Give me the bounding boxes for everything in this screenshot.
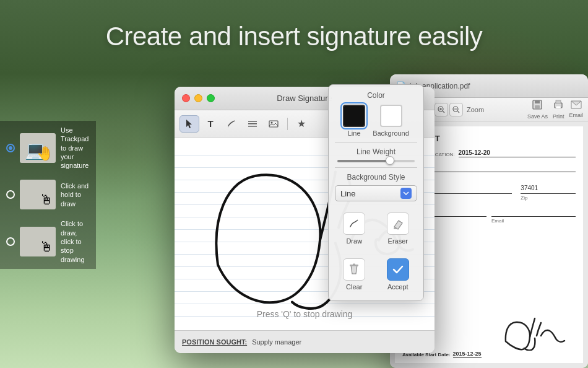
divider-2 (335, 167, 417, 168)
position-label: POSITION SOUGHT: (182, 338, 247, 346)
zoom-controls: Zoom (435, 103, 486, 116)
background-color-swatch[interactable] (380, 105, 402, 127)
bg-style-title: Background Style (335, 173, 417, 182)
instruction-text-2: Click and hold to draw (61, 182, 90, 208)
line-weight-slider-container[interactable] (335, 160, 417, 162)
zip-field: 37401 Zip (521, 183, 576, 201)
svg-rect-3 (269, 121, 278, 127)
instruction-text-wrap-2: Click and hold to draw (61, 182, 90, 208)
color-swatches: Line Background (335, 105, 417, 137)
zip-label: Zip (521, 195, 576, 201)
minimize-button[interactable] (194, 94, 202, 102)
eraser-label: Eraser (388, 237, 408, 245)
line-color-swatch[interactable] (343, 105, 365, 127)
bg-style-value: Line (340, 189, 356, 198)
email-label: Email (491, 218, 576, 224)
position-bar: POSITION SOUGHT: Supply manager (175, 330, 435, 353)
zoom-out-button[interactable] (449, 103, 463, 116)
bg-style-section: Background Style Line (335, 173, 417, 201)
svg-rect-15 (535, 100, 540, 103)
bg-style-dropdown[interactable]: Line (335, 185, 417, 201)
line-weight-knob[interactable] (386, 156, 394, 165)
image-tool-button[interactable] (264, 115, 283, 133)
divider-1 (335, 142, 417, 142)
date-field-value: 2015-12-20 (459, 149, 576, 157)
instruction-text-3: Click to draw, click to stop drawing (61, 219, 90, 263)
instruction-item-3: 🖱 Click to draw, click to stop drawing (0, 214, 96, 268)
pen-tool-button[interactable] (222, 115, 241, 133)
pdf-actions: Save As Print Email (527, 99, 583, 120)
draw-button[interactable]: Draw (335, 208, 374, 248)
print-button[interactable]: Print (553, 99, 564, 120)
maximize-button[interactable] (207, 94, 215, 102)
svg-point-4 (271, 121, 273, 123)
position-value: Supply manager (252, 338, 301, 346)
available-value: 2015-12-25 (453, 351, 482, 358)
radio-click-hold[interactable] (6, 190, 15, 199)
svg-rect-16 (535, 105, 540, 108)
accept-icon (387, 258, 409, 281)
svg-rect-6 (353, 264, 355, 265)
print-label: Print (553, 113, 564, 120)
star-button[interactable]: ★ (292, 115, 311, 133)
list-tool-button[interactable] (243, 115, 262, 133)
traffic-lights (182, 94, 215, 102)
radio-trackpad[interactable] (6, 144, 15, 152)
svg-rect-2 (248, 126, 257, 127)
text-tool-button[interactable]: T (201, 115, 220, 133)
eraser-button[interactable]: Eraser (379, 208, 418, 248)
thumb-trackpad: 💻 🤚 (20, 133, 56, 163)
email-icon (571, 100, 582, 112)
pdf-signature-area (503, 313, 577, 351)
pdf-signature-svg (503, 313, 577, 351)
window-title: Draw Signature (277, 94, 332, 103)
email-input (491, 206, 576, 217)
svg-rect-18 (556, 100, 561, 103)
save-as-button[interactable]: Save As (527, 99, 548, 120)
radio-click-draw[interactable] (6, 237, 15, 246)
hint-text: Press 'Q' to stop drawing (175, 309, 435, 319)
hero-title: Create and insert signature easily (0, 22, 588, 51)
zoom-in-button[interactable] (435, 103, 448, 116)
svg-rect-1 (248, 123, 257, 125)
thumb-click-draw: 🖱 (20, 227, 56, 256)
action-buttons: Draw Eraser Clear Accept (335, 208, 417, 294)
save-as-icon (532, 99, 543, 113)
draw-icon (343, 212, 365, 235)
svg-line-12 (458, 111, 460, 113)
instruction-item-2: 🖱 Click and hold to draw (0, 175, 96, 214)
instruction-text-wrap-1: Use Trackpad to draw your signature (61, 126, 90, 170)
clear-button[interactable]: Clear (335, 253, 374, 294)
color-panel: Color Line Background Line Weight Backgr… (328, 84, 424, 301)
color-section-title: Color (335, 91, 417, 100)
line-weight-slider[interactable] (337, 160, 415, 162)
line-weight-section: Line Weight (335, 147, 417, 162)
svg-rect-0 (248, 121, 257, 122)
zoom-label: Zoom (467, 106, 484, 113)
bg-swatch-label: Background (373, 129, 409, 137)
email-label: Email (569, 112, 583, 118)
zip-value: 37401 (521, 183, 576, 194)
background-color-item[interactable]: Background (373, 105, 409, 137)
accept-button[interactable]: Accept (379, 253, 418, 294)
print-icon (553, 99, 564, 113)
email-button[interactable]: Email (569, 100, 583, 118)
instruction-text-wrap-3: Click to draw, click to stop drawing (61, 219, 90, 263)
instruction-panel: 💻 🤚 Use Trackpad to draw your signature … (0, 121, 96, 269)
clear-label: Clear (346, 283, 362, 291)
email-field: Email (491, 206, 576, 224)
accept-label: Accept (387, 283, 409, 291)
svg-line-8 (443, 111, 445, 113)
toolbar-separator (287, 118, 288, 130)
line-swatch-label: Line (348, 129, 361, 137)
close-button[interactable] (182, 94, 190, 102)
instruction-text-1: Use Trackpad to draw your signature (61, 126, 90, 170)
cursor-tool-button[interactable] (179, 115, 199, 133)
thumb-click-hold: 🖱 (20, 180, 56, 209)
draw-label: Draw (346, 237, 362, 245)
line-weight-label: Line Weight (335, 147, 417, 156)
eraser-icon (387, 212, 409, 235)
instruction-item-1: 💻 🤚 Use Trackpad to draw your signature (0, 121, 96, 175)
line-color-item[interactable]: Line (343, 105, 365, 137)
bg-style-arrow[interactable] (400, 188, 412, 199)
